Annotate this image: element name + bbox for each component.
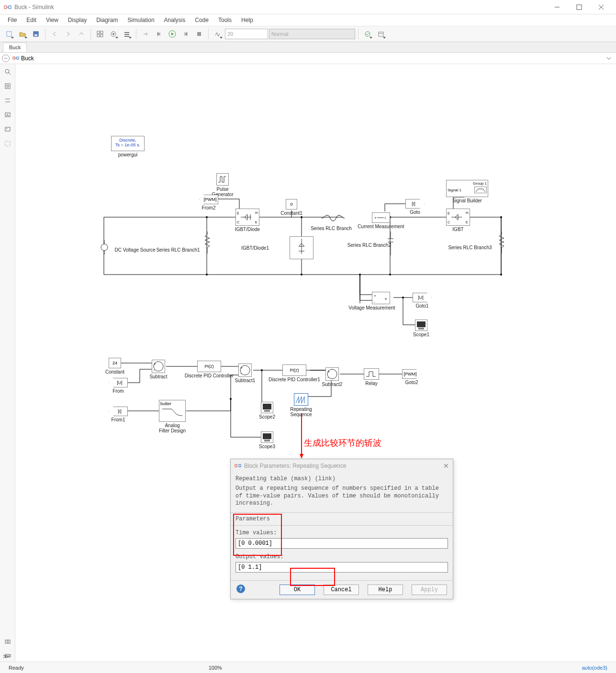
- ok-button[interactable]: OK: [280, 585, 315, 595]
- annotation-text: 生成比较环节的斩波: [304, 437, 381, 449]
- minimize-button[interactable]: [546, 0, 568, 14]
- schedule-button[interactable]: [375, 28, 387, 40]
- svg-text:i: i: [385, 216, 386, 220]
- breadcrumb[interactable]: Buck: [12, 55, 604, 62]
- menu-diagram[interactable]: Diagram: [91, 15, 123, 25]
- menu-tools[interactable]: Tools: [213, 15, 236, 25]
- area-button[interactable]: [2, 138, 13, 149]
- svg-point-27: [5, 69, 9, 73]
- igbt-block[interactable]: gCmE: [446, 209, 470, 226]
- step-back-button[interactable]: [153, 28, 165, 40]
- back-button[interactable]: [48, 28, 61, 40]
- dialog-titlebar[interactable]: Block Parameters: Repeating Sequence ✕: [231, 459, 453, 473]
- nav-hide-button[interactable]: [2, 55, 10, 62]
- filter-block[interactable]: butter: [159, 400, 186, 422]
- menu-display[interactable]: Display: [63, 15, 91, 25]
- current-measurement-block[interactable]: +i: [372, 212, 390, 223]
- repeating-sequence-block[interactable]: [294, 393, 308, 406]
- build-button[interactable]: [361, 28, 374, 40]
- menu-code[interactable]: Code: [190, 15, 213, 25]
- powergui-block[interactable]: Discrete, Ts = 1e-05 s.: [111, 136, 145, 151]
- svg-rect-7: [7, 32, 11, 36]
- svg-point-40: [301, 216, 302, 218]
- scope1-label: Scope1: [413, 332, 429, 337]
- scope1-block[interactable]: [415, 320, 427, 331]
- subtract-block[interactable]: +-: [152, 360, 165, 373]
- close-button[interactable]: [590, 0, 612, 14]
- hide-show-button[interactable]: [2, 95, 13, 106]
- model-explorer-button[interactable]: [121, 28, 133, 40]
- relay-block[interactable]: [364, 368, 379, 380]
- maximize-button[interactable]: [568, 0, 590, 14]
- open-button[interactable]: [16, 28, 29, 40]
- signal-button[interactable]: [212, 28, 224, 40]
- igbt-diode1-block[interactable]: [290, 236, 314, 259]
- fit-to-view-button[interactable]: [2, 80, 13, 92]
- rlc1-block[interactable]: [204, 232, 211, 255]
- annotation-button[interactable]: A: [2, 109, 13, 121]
- filter-label: Analog Filter Design: [159, 423, 186, 433]
- apply-button[interactable]: Apply: [412, 585, 447, 595]
- svg-text:g: g: [448, 211, 449, 215]
- image-button[interactable]: [2, 123, 13, 135]
- menu-view[interactable]: View: [41, 15, 63, 25]
- save-button[interactable]: [30, 28, 42, 40]
- fast-restart-button[interactable]: [139, 28, 152, 40]
- stop-time-input[interactable]: [225, 29, 268, 39]
- output-values-input[interactable]: [235, 562, 448, 573]
- subtract1-block[interactable]: +-: [238, 364, 252, 377]
- expand-button[interactable]: ≫: [3, 653, 9, 660]
- svg-text:m: m: [255, 211, 258, 214]
- from2-label: From2: [202, 205, 216, 210]
- svg-rect-84: [263, 404, 271, 409]
- stop-button[interactable]: [193, 28, 205, 40]
- pulse-generator-block[interactable]: [216, 173, 229, 186]
- menu-help[interactable]: Help: [236, 15, 258, 25]
- run-button[interactable]: [166, 28, 179, 40]
- menu-file[interactable]: File: [3, 15, 22, 25]
- canvas[interactable]: Discrete, Ts = 1e-05 s. powergui Pulse G…: [15, 64, 616, 662]
- dialog-help-icon[interactable]: ?: [236, 585, 245, 593]
- svg-point-43: [389, 274, 391, 276]
- cancel-button[interactable]: Cancel: [324, 585, 359, 595]
- zoom-fit-button[interactable]: [2, 66, 13, 77]
- pid1-block[interactable]: PI(z): [282, 364, 306, 376]
- menu-simulation[interactable]: Simulation: [123, 15, 159, 25]
- simulation-mode-select[interactable]: [269, 29, 355, 39]
- signal-builder-block[interactable]: Group 1 Signal 1: [446, 180, 488, 197]
- dialog-close-button[interactable]: ✕: [443, 462, 449, 470]
- menu-bar: File Edit View Display Diagram Simulatio…: [0, 14, 616, 26]
- help-button[interactable]: Help: [368, 585, 403, 595]
- dc-source-block[interactable]: +: [101, 240, 108, 254]
- step-forward-button[interactable]: [179, 28, 192, 40]
- svg-text:v: v: [385, 297, 387, 301]
- svg-point-47: [402, 297, 404, 298]
- screenshot-button[interactable]: [2, 636, 13, 647]
- rlc3-block[interactable]: [498, 232, 505, 255]
- svg-rect-17: [124, 34, 129, 35]
- scope2-block[interactable]: [261, 402, 273, 413]
- breadcrumb-dropdown-icon[interactable]: [606, 56, 611, 61]
- svg-text:+: +: [154, 362, 156, 366]
- menu-analysis[interactable]: Analysis: [159, 15, 190, 25]
- library-browser-button[interactable]: [94, 28, 106, 40]
- model-config-button[interactable]: [107, 28, 120, 40]
- new-model-button[interactable]: [3, 28, 15, 40]
- up-button[interactable]: [75, 28, 88, 40]
- scope3-block[interactable]: [261, 431, 273, 443]
- status-solver[interactable]: auto(ode3): [577, 665, 612, 671]
- igbt-diode-block[interactable]: gCmE: [235, 209, 259, 226]
- powergui-label: powergui: [118, 152, 138, 157]
- svg-text:-: -: [327, 375, 329, 380]
- tab-buck[interactable]: Buck: [3, 43, 27, 52]
- voltage-measurement-block[interactable]: +-v: [372, 292, 390, 304]
- svg-text:-: -: [154, 367, 155, 372]
- constant1-block[interactable]: 0: [286, 199, 297, 210]
- menu-edit[interactable]: Edit: [22, 15, 41, 25]
- dc-source-label: DC Voltage Source: [114, 247, 155, 253]
- subtract2-block[interactable]: +-: [325, 367, 339, 381]
- pid-block[interactable]: PI(z): [197, 361, 221, 372]
- forward-button[interactable]: [62, 28, 74, 40]
- svg-point-41: [301, 274, 302, 276]
- constant-block[interactable]: 24: [109, 358, 121, 368]
